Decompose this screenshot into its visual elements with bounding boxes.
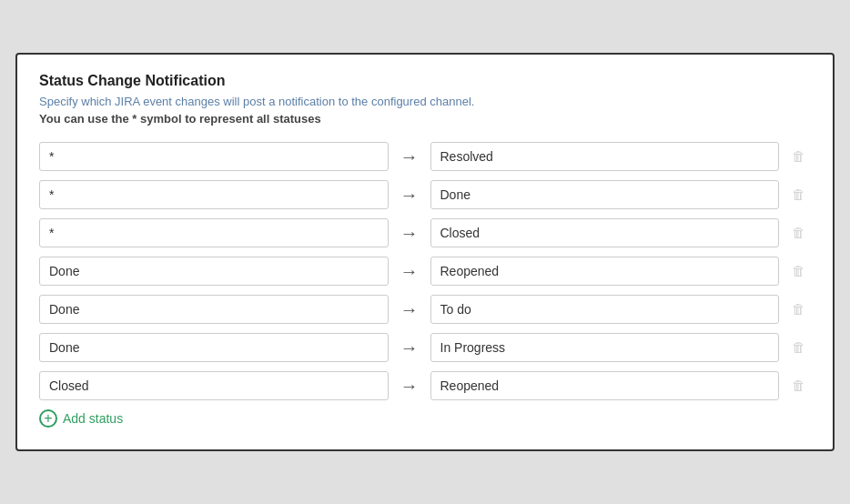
add-status-button[interactable]: + Add status [39,409,123,428]
table-row: → [39,180,811,209]
panel-title: Status Change Notification [39,73,811,89]
panel-note: You can use the * symbol to represent al… [39,112,811,126]
from-input-5[interactable] [39,333,389,362]
trash-icon [792,378,805,394]
arrow-icon: → [396,338,423,358]
arrow-icon: → [396,223,423,244]
status-change-panel: Status Change Notification Specify which… [15,53,835,451]
table-row: → [39,142,811,171]
from-input-2[interactable] [39,218,389,247]
table-row: → [39,371,811,400]
arrow-icon: → [396,261,423,282]
from-input-0[interactable] [39,142,389,171]
to-input-4[interactable] [430,295,780,324]
trash-icon [792,263,805,279]
delete-button-5[interactable] [786,336,811,359]
to-input-5[interactable] [430,333,780,362]
plus-circle-icon: + [39,409,57,428]
from-input-6[interactable] [39,371,389,400]
to-input-6[interactable] [430,371,780,400]
panel-subtitle: Specify which JIRA event changes will po… [39,95,811,108]
arrow-icon: → [396,299,423,320]
table-row: → [39,257,811,286]
arrow-icon: → [396,185,423,206]
rows-container: →→→→→→→ [39,142,811,400]
from-input-4[interactable] [39,295,389,324]
delete-button-2[interactable] [786,221,811,245]
trash-icon [792,186,805,203]
delete-button-0[interactable] [786,145,811,168]
to-input-2[interactable] [430,218,780,247]
from-input-3[interactable] [39,257,389,286]
trash-icon [792,148,805,165]
arrow-icon: → [396,146,423,167]
trash-icon [792,339,805,356]
delete-button-6[interactable] [786,374,811,398]
trash-icon [792,301,805,318]
table-row: → [39,218,811,247]
to-input-0[interactable] [430,142,780,171]
table-row: → [39,333,811,362]
delete-button-4[interactable] [786,297,811,321]
to-input-3[interactable] [430,257,780,286]
add-status-label: Add status [63,411,123,426]
to-input-1[interactable] [430,180,780,209]
delete-button-1[interactable] [786,183,811,207]
trash-icon [792,225,805,241]
from-input-1[interactable] [39,180,389,209]
table-row: → [39,295,811,324]
arrow-icon: → [396,376,423,397]
delete-button-3[interactable] [786,259,811,283]
